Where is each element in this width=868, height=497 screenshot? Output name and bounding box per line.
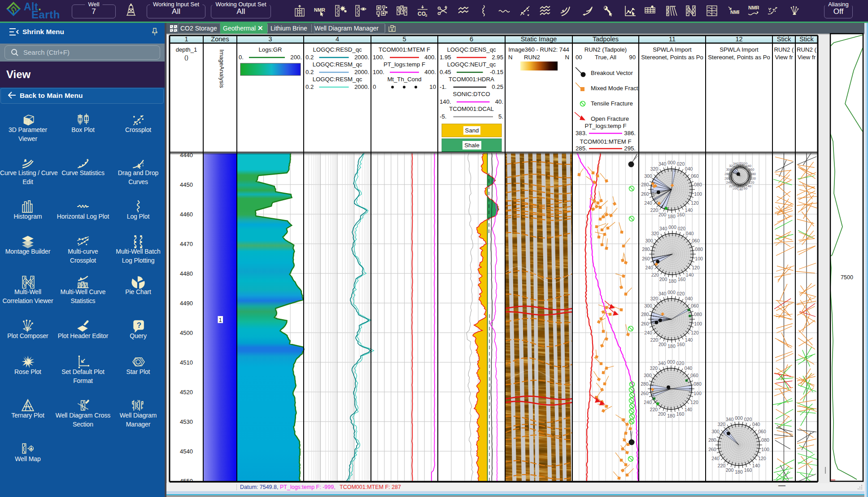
svg-text:Mt_Th_Cond: Mt_Th_Cond: [387, 76, 421, 83]
svg-text:180: 180: [667, 413, 675, 418]
svg-text:(): (): [184, 54, 188, 61]
svg-text:280: 280: [642, 246, 650, 252]
svg-text:040: 040: [685, 365, 693, 371]
svg-text:340: 340: [658, 361, 666, 366]
svg-text:160: 160: [744, 467, 752, 473]
svg-text:240: 240: [645, 265, 653, 270]
svg-text:180: 180: [668, 278, 676, 284]
svg-text:320: 320: [718, 422, 726, 427]
svg-text:LOGQC:RESM_qc: LOGQC:RESM_qc: [313, 76, 362, 83]
svg-text:3: 3: [268, 35, 272, 43]
svg-text:0: 0: [373, 84, 376, 90]
svg-text:340: 340: [733, 162, 739, 166]
svg-text:020: 020: [677, 291, 685, 296]
svg-text:300: 300: [711, 429, 720, 434]
svg-text:Image360 - RUN2: 744: Image360 - RUN2: 744: [508, 46, 569, 53]
svg-text:2000.: 2000.: [354, 84, 369, 90]
svg-text:0.2: 0.2: [305, 69, 314, 75]
svg-text:4460: 4460: [180, 211, 193, 218]
svg-text:View fr: View fr: [775, 54, 793, 61]
svg-text:300: 300: [644, 373, 652, 378]
svg-text:Static Image: Static Image: [521, 35, 557, 43]
svg-text:320: 320: [651, 231, 659, 236]
svg-text:260: 260: [642, 256, 650, 261]
svg-text:285.: 285.: [576, 145, 587, 152]
svg-text:160: 160: [678, 277, 686, 282]
svg-text:200.: 200.: [290, 54, 302, 61]
svg-text:N: N: [508, 54, 513, 61]
svg-text:1.95: 1.95: [440, 54, 451, 61]
svg-text:4500: 4500: [180, 330, 193, 336]
svg-text:220: 220: [718, 463, 726, 468]
svg-text:Stereonet, Points as Po: Stereonet, Points as Po: [708, 54, 770, 61]
svg-text:340: 340: [726, 417, 734, 422]
svg-text:140: 140: [752, 463, 760, 468]
svg-text:4520: 4520: [180, 389, 193, 396]
svg-text:260: 260: [641, 321, 649, 326]
svg-text:120: 120: [758, 456, 766, 461]
svg-text:020: 020: [677, 161, 685, 167]
svg-text:240: 240: [644, 200, 652, 206]
svg-text:340: 340: [659, 161, 667, 167]
svg-text:40.: 40.: [495, 98, 503, 105]
svg-text:280: 280: [641, 381, 649, 387]
svg-text:4470: 4470: [180, 241, 193, 247]
svg-text:Open Fracture: Open Fracture: [591, 115, 629, 122]
svg-text:180: 180: [667, 214, 676, 219]
svg-text:Stereonet, Points as Po: Stereonet, Points as Po: [641, 54, 703, 61]
svg-text:120: 120: [691, 330, 699, 335]
svg-text:040: 040: [685, 296, 693, 301]
svg-text:120: 120: [690, 400, 698, 405]
svg-text:300: 300: [644, 303, 652, 308]
svg-text:ImageAnalysis: ImageAnalysis: [218, 49, 225, 88]
svg-text:120: 120: [691, 200, 699, 206]
svg-text:5: 5: [402, 35, 406, 43]
svg-text:300: 300: [645, 238, 653, 243]
svg-text:060: 060: [758, 429, 766, 434]
svg-text:Mixed Mode Fract: Mixed Mode Fract: [591, 85, 638, 92]
svg-text:140: 140: [685, 207, 693, 213]
svg-text:-1.: -1.: [440, 84, 446, 90]
svg-text:4540: 4540: [180, 448, 193, 455]
svg-text:160: 160: [677, 212, 685, 217]
svg-text:TCOM001:HDRA: TCOM001:HDRA: [449, 76, 494, 83]
svg-text:300: 300: [644, 173, 652, 179]
svg-text:240: 240: [644, 330, 652, 335]
svg-text:6: 6: [470, 35, 473, 43]
svg-text:11: 11: [669, 35, 676, 43]
svg-text:1: 1: [219, 317, 222, 323]
svg-text:LOGQC:DENS_qc: LOGQC:DENS_qc: [447, 46, 496, 53]
svg-text:220: 220: [650, 407, 658, 412]
svg-text:Shale: Shale: [464, 142, 480, 149]
svg-text:Tadpoles: Tadpoles: [593, 35, 619, 43]
svg-text:depth_1: depth_1: [176, 46, 197, 53]
svg-text:-0.15: -0.15: [490, 69, 503, 75]
svg-text:TCOM001:DCAL: TCOM001:DCAL: [449, 106, 494, 112]
svg-text:100: 100: [695, 256, 703, 261]
svg-text:220: 220: [651, 272, 659, 277]
svg-text:386.: 386.: [624, 130, 636, 136]
svg-text:N: N: [565, 54, 569, 61]
svg-text:4450: 4450: [180, 181, 193, 188]
svg-text:PT_logs:temp F: PT_logs:temp F: [384, 61, 425, 68]
svg-text:400.: 400.: [424, 54, 436, 61]
svg-text:180: 180: [735, 469, 743, 475]
svg-text:Stick: Stick: [799, 35, 814, 43]
svg-text:5.: 5.: [498, 113, 503, 120]
svg-text:060: 060: [692, 238, 700, 243]
svg-text:0.: 0.: [239, 54, 244, 61]
svg-text:RUN2 (Tadpole): RUN2 (Tadpole): [584, 46, 627, 53]
svg-text:020: 020: [678, 226, 686, 231]
svg-text:SPWLA Import: SPWLA Import: [653, 46, 692, 53]
svg-text:View fr: View fr: [798, 54, 816, 61]
svg-text:100.: 100.: [373, 54, 384, 61]
svg-text:140: 140: [685, 337, 693, 343]
svg-text:LOGQC:NEUT_qc: LOGQC:NEUT_qc: [447, 61, 496, 68]
svg-text:RUN2 (: RUN2 (: [774, 46, 794, 53]
svg-text:True, All: True, All: [595, 54, 616, 61]
svg-text:4530: 4530: [180, 418, 193, 425]
svg-text:SPWLA Import: SPWLA Import: [720, 46, 759, 53]
svg-text:320: 320: [650, 166, 659, 172]
svg-text:1: 1: [184, 35, 188, 43]
svg-text:LOGQC:RESD_qc: LOGQC:RESD_qc: [313, 46, 362, 53]
